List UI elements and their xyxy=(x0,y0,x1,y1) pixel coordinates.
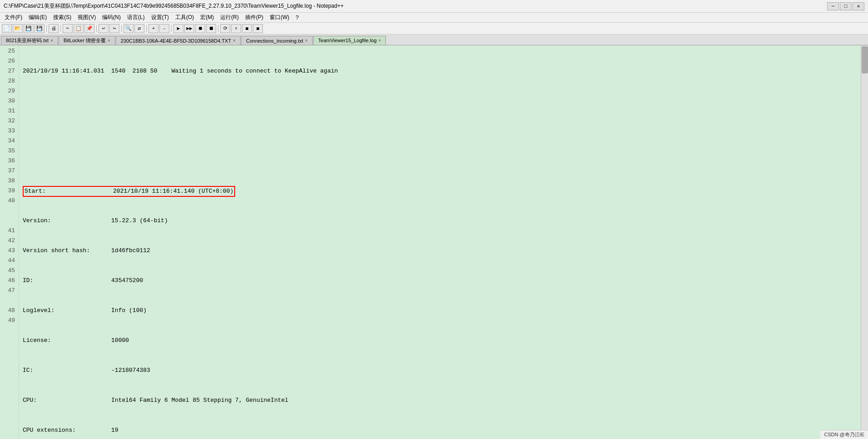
toolbar: 📄 📂 💾 💾 🖨 ✂ 📋 📌 ↩ ↪ 🔍 ⇄ + - ▶ ▶▶ ⏺ ⏹ ⟳ ⚡… xyxy=(0,23,868,34)
toolbar-cut[interactable]: ✂ xyxy=(63,24,73,33)
sep4 xyxy=(121,25,122,32)
code-line-29: Start: 2021/10/19 11:16:41.140 (UTC+8:00… xyxy=(23,186,857,196)
minimize-button[interactable]: ─ xyxy=(827,2,839,10)
code-line-36: CPU: Intel64 Family 6 Model 85 Stepping … xyxy=(23,395,857,405)
toolbar-undo[interactable]: ↩ xyxy=(99,24,108,33)
toolbar-paste[interactable]: 📌 xyxy=(84,24,94,33)
line-num-32: 32 xyxy=(0,116,15,126)
status-bar: CSDN @奇乃江IE xyxy=(820,430,868,439)
toolbar-extra3[interactable]: ◼ xyxy=(253,24,263,33)
tab-file2-label: BitLocker 绕密全覆 xyxy=(64,37,106,44)
scrollbar[interactable] xyxy=(861,45,868,439)
menu-window[interactable]: 窗口(W) xyxy=(267,13,292,22)
toolbar-macro2[interactable]: ▶▶ xyxy=(184,24,194,33)
highlight-box-29: Start: 2021/10/19 11:16:41.140 (UTC+8:00… xyxy=(23,186,235,197)
menu-file[interactable]: 文件(F) xyxy=(2,13,25,22)
line-num-36: 36 xyxy=(0,156,15,166)
scrollbar-thumb[interactable] xyxy=(862,46,868,73)
code-line-32: ID: 435475200 xyxy=(23,276,857,286)
line-num-45: 45 xyxy=(0,266,15,276)
line-num-28: 28 xyxy=(0,76,15,86)
menu-run[interactable]: 运行(R) xyxy=(217,13,242,22)
tab-file2-close[interactable]: × xyxy=(108,38,110,43)
line-num-43: 43 xyxy=(0,246,15,256)
code-content[interactable]: 2021/10/19 11:16:41.031 1540 2108 S0 Wai… xyxy=(19,45,861,439)
line-num-42: 42 xyxy=(0,236,15,246)
line-num-29: 29 xyxy=(0,86,15,96)
toolbar-extra1[interactable]: ⚡ xyxy=(231,24,241,33)
menu-settings[interactable]: 设置(T) xyxy=(148,13,172,22)
sep3 xyxy=(96,25,97,32)
toolbar-save[interactable]: 💾 xyxy=(24,24,34,33)
tab-file5-close[interactable]: × xyxy=(379,38,381,43)
line-num-34: 34 xyxy=(0,136,15,146)
toolbar-zoom-in[interactable]: + xyxy=(148,24,158,33)
toolbar-extra2[interactable]: ◼ xyxy=(242,24,252,33)
code-line-35: IC: -1218074383 xyxy=(23,366,857,376)
code-line-34: License: 10000 xyxy=(23,336,857,346)
toolbar-redo[interactable]: ↪ xyxy=(109,24,119,33)
line-num-35: 35 xyxy=(0,146,15,156)
title-text: C:\FMP\Case\21美亚杯团队\Temp\Export\41C0413F… xyxy=(4,2,344,10)
tab-file4-label: Connections_incoming.txt xyxy=(246,38,303,44)
close-button[interactable]: ✕ xyxy=(853,2,864,10)
sep1 xyxy=(46,25,47,32)
menu-bar: 文件(F) 编辑(E) 搜索(S) 视图(V) 编码(N) 语言(L) 设置(T… xyxy=(0,13,868,23)
sep2 xyxy=(60,25,61,32)
code-line-37: CPU extensions: 19 xyxy=(23,425,857,435)
toolbar-macro4[interactable]: ⏹ xyxy=(206,24,216,33)
line-num-27: 27 xyxy=(0,66,15,76)
menu-edit[interactable]: 编辑(E) xyxy=(26,13,49,22)
line-num-47b xyxy=(0,296,15,306)
sep6 xyxy=(171,25,172,32)
menu-tools[interactable]: 工具(O) xyxy=(173,13,197,22)
code-line-26 xyxy=(23,96,857,106)
code-line-28 xyxy=(23,156,857,166)
line-num-39: 39 xyxy=(0,186,15,196)
code-line-31: Version short hash: 1d46fbc0112 xyxy=(23,246,857,256)
tab-file5[interactable]: TeamViewer15_Logfile.log × xyxy=(313,36,386,45)
menu-search[interactable]: 搜索(S) xyxy=(50,13,74,22)
tab-file3[interactable]: 230C1BB3-106A-4E4E-BF5D-3D1096158D4.TXT … xyxy=(116,36,241,45)
line-num-44: 44 xyxy=(0,256,15,266)
tab-file1-label: 8021美亚杯密码.txt xyxy=(6,37,49,44)
toolbar-saveall[interactable]: 💾 xyxy=(35,24,44,33)
title-controls: ─ □ ✕ xyxy=(827,2,864,10)
line-num-30: 30 xyxy=(0,96,15,106)
line-num-38: 38 xyxy=(0,176,15,186)
menu-plugins[interactable]: 插件(P) xyxy=(242,13,266,22)
menu-view[interactable]: 视图(V) xyxy=(75,13,99,22)
toolbar-find[interactable]: 🔍 xyxy=(123,24,133,33)
toolbar-macro1[interactable]: ▶ xyxy=(173,24,183,33)
toolbar-macro3[interactable]: ⏺ xyxy=(195,24,205,33)
toolbar-copy[interactable]: 📋 xyxy=(74,24,84,33)
line-num-mid2 xyxy=(0,216,15,226)
title-bar: C:\FMP\Case\21美亚杯团队\Temp\Export\41C0413F… xyxy=(0,0,868,13)
status-text: CSDN @奇乃江IE xyxy=(824,432,864,437)
code-line-25: 2021/10/19 11:16:41.031 1540 2108 S0 Wai… xyxy=(23,66,857,76)
menu-lang[interactable]: 语言(L) xyxy=(124,13,148,22)
line-num-47: 47 xyxy=(0,286,15,296)
maximize-button[interactable]: □ xyxy=(840,2,852,10)
toolbar-open[interactable]: 📂 xyxy=(13,24,23,33)
line-num-48: 48 xyxy=(0,306,15,316)
tab-file4-close[interactable]: × xyxy=(305,38,308,43)
tab-file4[interactable]: Connections_incoming.txt × xyxy=(241,36,313,45)
line-num-25: 25 xyxy=(0,46,15,56)
menu-help[interactable]: ? xyxy=(293,14,301,22)
line-num-49: 49 xyxy=(0,316,15,326)
tab-file3-close[interactable]: × xyxy=(233,38,236,43)
toolbar-zoom-out[interactable]: - xyxy=(159,24,169,33)
line-numbers: 25 26 27 28 29 30 31 32 33 34 35 36 37 3… xyxy=(0,45,19,439)
toolbar-replace[interactable]: ⇄ xyxy=(134,24,144,33)
tab-file1[interactable]: 8021美亚杯密码.txt × xyxy=(1,36,58,45)
menu-macro[interactable]: 宏(M) xyxy=(197,13,217,22)
tab-file3-label: 230C1BB3-106A-4E4E-BF5D-3D1096158D4.TXT xyxy=(121,38,231,44)
tab-file1-close[interactable]: × xyxy=(50,38,53,43)
toolbar-sync[interactable]: ⟳ xyxy=(220,24,230,33)
menu-encode[interactable]: 编码(N) xyxy=(99,13,123,22)
tab-file2[interactable]: BitLocker 绕密全覆 × xyxy=(59,36,115,45)
toolbar-new[interactable]: 📄 xyxy=(2,24,12,33)
toolbar-print[interactable]: 🖨 xyxy=(49,24,59,33)
line-num-41: 41 xyxy=(0,226,15,236)
